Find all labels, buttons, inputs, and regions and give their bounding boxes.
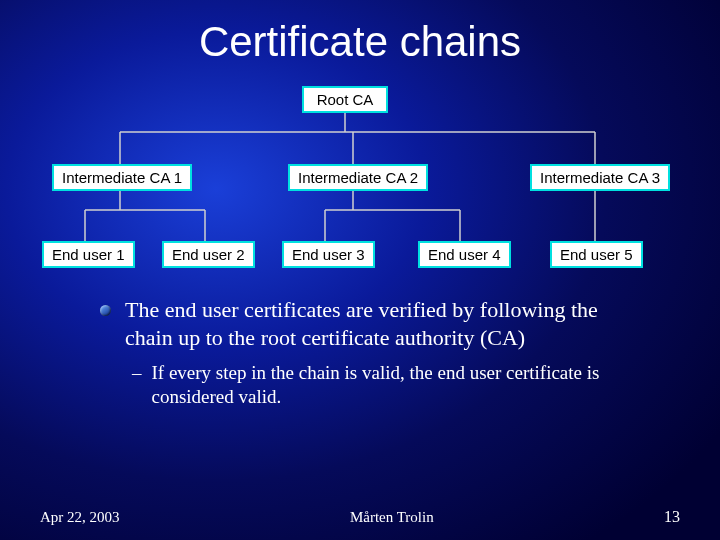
cert-chain-diagram: Root CA Intermediate CA 1 Intermediate C… bbox=[40, 86, 680, 276]
footer-author: Mårten Trolin bbox=[350, 509, 434, 526]
footer: Apr 22, 2003 Mårten Trolin 13 bbox=[40, 508, 680, 526]
node-intermediate-1: Intermediate CA 1 bbox=[52, 164, 192, 191]
node-intermediate-3: Intermediate CA 3 bbox=[530, 164, 670, 191]
dash-icon: – bbox=[132, 361, 142, 385]
slide-title: Certificate chains bbox=[40, 18, 680, 66]
node-end-user-3: End user 3 bbox=[282, 241, 375, 268]
node-end-user-2: End user 2 bbox=[162, 241, 255, 268]
node-end-user-4: End user 4 bbox=[418, 241, 511, 268]
node-end-user-5: End user 5 bbox=[550, 241, 643, 268]
bullet-icon bbox=[100, 305, 111, 316]
node-root-ca: Root CA bbox=[302, 86, 388, 113]
bullet-sub: – If every step in the chain is valid, t… bbox=[100, 361, 640, 409]
node-end-user-1: End user 1 bbox=[42, 241, 135, 268]
node-intermediate-2: Intermediate CA 2 bbox=[288, 164, 428, 191]
body-text: The end user certificates are verified b… bbox=[40, 296, 680, 409]
slide: Certificate chains Root CA Intermediate … bbox=[0, 0, 720, 540]
bullet-main-text: The end user certificates are verified b… bbox=[125, 296, 640, 351]
bullet-main: The end user certificates are verified b… bbox=[100, 296, 640, 351]
footer-page: 13 bbox=[664, 508, 680, 526]
bullet-sub-text: If every step in the chain is valid, the… bbox=[152, 361, 641, 409]
footer-date: Apr 22, 2003 bbox=[40, 509, 120, 526]
